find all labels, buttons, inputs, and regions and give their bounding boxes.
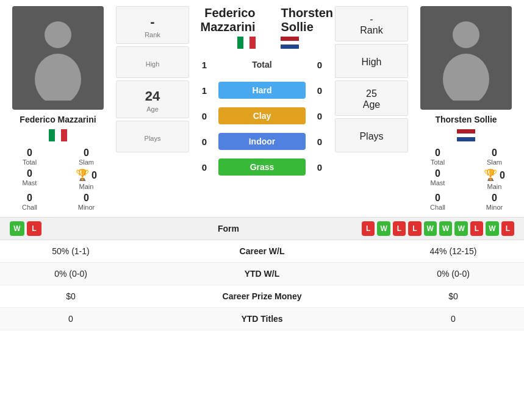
left-mast-label: Mast: [23, 179, 37, 187]
comp-total-left: 1: [195, 60, 214, 70]
form-right: L W L L W W W L W L: [362, 221, 514, 236]
left-rank-label: Rank: [120, 31, 185, 38]
right-minor-value: 0: [492, 193, 497, 204]
right-slam-value: 0: [492, 148, 497, 158]
left-minor-stat: 0 Minor: [63, 193, 110, 211]
comparison-clay-row: 0 Clay 0: [195, 105, 329, 127]
form-badge-right-7: L: [470, 221, 483, 236]
left-high-box: High: [116, 46, 189, 78]
center-comparison: Federico Mazzarini Thorsten Sollie: [195, 6, 329, 211]
left-slam-label: Slam: [79, 158, 94, 166]
left-high-label: High: [120, 60, 185, 68]
form-badge-right-2: L: [393, 221, 406, 236]
comparison-hard-row: 1 Hard 0: [195, 79, 329, 101]
ytd-titles-row: 0 YTD Titles 0: [0, 308, 524, 330]
career-prize-right: $0: [392, 291, 514, 301]
comp-hard-left: 1: [195, 85, 214, 96]
right-player-name: Thorsten Sollie: [435, 115, 497, 124]
form-badge-right-8: W: [486, 221, 498, 236]
comp-clay-right: 0: [310, 111, 329, 121]
right-high-box: High: [335, 44, 408, 78]
left-player-stats-grid: 0 Total 0 Slam 0 Mast 🏆 0 Main: [6, 148, 110, 211]
left-info-panel: - Rank High 24 Age Plays: [116, 6, 189, 211]
ytd-titles-left: 0: [10, 314, 132, 324]
left-player-avatar: [12, 6, 104, 110]
stats-rows: 50% (1-1) Career W/L 44% (12-15) 0% (0-0…: [0, 240, 524, 330]
left-plays-label: Plays: [120, 135, 185, 142]
main-container: Federico Mazzarini 0 Total 0: [0, 0, 524, 330]
left-mast-stat: 0 Mast: [6, 168, 53, 190]
top-section: Federico Mazzarini 0 Total 0: [0, 0, 524, 217]
form-badge-right-3: L: [408, 221, 421, 236]
right-total-value: 0: [435, 148, 440, 158]
right-main-stat: 🏆 0 Main: [471, 168, 518, 190]
ytd-titles-right: 0: [392, 314, 514, 324]
form-label: Form: [100, 224, 357, 233]
left-age-value: 24: [120, 88, 185, 104]
ytd-wl-row: 0% (0-0) YTD W/L 0% (0-0): [0, 263, 524, 285]
comp-indoor-left: 0: [195, 137, 214, 147]
right-total-label: Total: [431, 158, 445, 166]
right-mast-value: 0: [435, 168, 440, 179]
svg-point-1: [35, 54, 81, 101]
left-rank-value: -: [120, 14, 185, 30]
right-minor-label: Minor: [486, 204, 503, 211]
right-chall-label: Chall: [430, 204, 445, 211]
left-player-name: Federico Mazzarini: [20, 115, 96, 124]
svg-point-0: [45, 21, 71, 48]
comparison-indoor-row: 0 Indoor 0: [195, 130, 329, 152]
left-slam-stat: 0 Slam: [63, 148, 110, 166]
right-player-card: Thorsten Sollie 0 Total 0 Slam: [414, 6, 518, 211]
svg-point-2: [453, 21, 479, 48]
right-player-avatar: [420, 6, 512, 110]
right-high-label: High: [339, 57, 404, 68]
form-badge-right-6: W: [454, 221, 467, 236]
career-prize-label: Career Prize Money: [132, 291, 392, 301]
comp-indoor-right: 0: [310, 137, 329, 147]
comparison-grass-row: 0 Grass 0: [195, 156, 329, 178]
career-wl-left: 50% (1-1): [10, 246, 132, 256]
right-age-label: Age: [339, 99, 404, 110]
form-section: W L Form L W L L W W W L W L: [0, 217, 524, 240]
left-minor-value: 0: [84, 193, 89, 204]
form-left: W L: [10, 221, 95, 236]
career-wl-label: Career W/L: [132, 246, 392, 256]
comp-clay-label: Clay: [218, 107, 306, 124]
career-wl-right: 44% (12-15): [392, 246, 514, 256]
form-badge-right-1: W: [377, 221, 390, 236]
right-rank-value: -: [339, 14, 404, 25]
career-wl-row: 50% (1-1) Career W/L 44% (12-15): [0, 240, 524, 263]
right-plays-box: Plays: [335, 118, 408, 152]
form-badge-right-4: W: [424, 221, 437, 236]
comp-hard-label: Hard: [218, 82, 306, 99]
center-left-flag: [195, 37, 256, 49]
comp-indoor-label: Indoor: [218, 133, 306, 150]
left-age-label: Age: [120, 105, 185, 113]
ytd-wl-right: 0% (0-0): [392, 269, 514, 279]
left-main-value: 0: [92, 170, 97, 181]
right-plays-label: Plays: [339, 131, 404, 142]
form-badge-left-1: L: [27, 221, 41, 236]
left-total-label: Total: [23, 158, 37, 166]
form-badge-right-5: W: [439, 221, 452, 236]
right-mast-stat: 0 Mast: [414, 168, 461, 190]
career-prize-row: $0 Career Prize Money $0: [0, 285, 524, 308]
career-prize-left: $0: [10, 291, 132, 301]
left-total-stat: 0 Total: [6, 148, 53, 166]
trophy-icon-left: 🏆: [76, 168, 89, 182]
right-chall-value: 0: [435, 193, 440, 204]
ytd-wl-label: YTD W/L: [132, 269, 392, 279]
left-chall-value: 0: [27, 193, 32, 204]
right-slam-label: Slam: [487, 158, 502, 166]
form-badge-left-0: W: [10, 221, 24, 236]
right-age-value: 25: [339, 88, 404, 99]
ytd-wl-left: 0% (0-0): [10, 269, 132, 279]
left-total-value: 0: [27, 148, 32, 158]
svg-point-3: [443, 54, 489, 101]
left-player-card: Federico Mazzarini 0 Total 0: [6, 6, 110, 211]
comp-hard-right: 0: [310, 85, 329, 96]
right-chall-stat: 0 Chall: [414, 193, 461, 211]
left-plays-box: Plays: [116, 121, 189, 152]
center-right-flag: [281, 37, 329, 49]
comp-grass-label: Grass: [218, 158, 306, 176]
